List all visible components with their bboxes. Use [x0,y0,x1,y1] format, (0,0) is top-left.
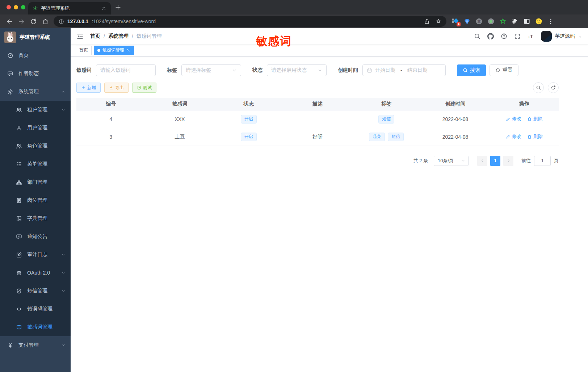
export-button[interactable]: 导出 [104,83,129,93]
open-book-icon [16,324,22,330]
delete-link[interactable]: 删除 [527,116,543,122]
table-tools [533,82,559,93]
sidebar-item[interactable]: OAuth 2.0 [0,264,71,282]
browser-tab[interactable]: 芋道管理系统 [28,2,111,14]
kebab-menu-icon[interactable] [547,18,554,25]
home-icon[interactable] [42,18,49,25]
sidebar-item[interactable]: 系统管理 [0,83,71,101]
sidebar-logo[interactable]: 芋道管理系统 [0,28,71,46]
breadcrumb-item[interactable]: 首页 [90,33,100,39]
date-range-picker[interactable]: 开始日期 - 结束日期 [362,64,446,76]
question-icon[interactable] [501,33,507,39]
filter-form: 敏感词 请输入敏感词 标签 请选择标签 状态 请选择启用状态 [76,64,559,76]
back-icon[interactable] [6,18,13,25]
annotation-text: 敏感词 [256,34,292,49]
delete-icon [527,117,532,121]
sidebar-collapse-icon[interactable] [76,33,84,40]
filter-created: 创建时间 开始日期 - 结束日期 [338,64,446,76]
font-size-icon[interactable]: TT [528,33,534,39]
sidebar-item[interactable]: 租户管理 [0,101,71,119]
green-star-icon[interactable] [499,18,507,25]
chevron-down-icon [232,68,237,73]
chevron-down-icon [61,271,66,275]
users-icon [16,107,22,113]
sidebar-item[interactable]: 支付管理 [0,336,71,354]
goto-page-input[interactable]: 1 [534,156,551,166]
tags-view-tab-label: 首页 [79,47,88,53]
minimize-window-button[interactable] [14,5,18,9]
sidebar-item[interactable]: 错误码管理 [0,300,71,318]
side-panel-icon[interactable] [523,18,530,25]
prev-page-button[interactable] [477,156,487,166]
profile-avatar-icon[interactable] [535,18,542,25]
record-icon[interactable] [487,18,495,25]
extensions-grid-icon[interactable]: 9 [452,18,459,25]
tag-badge: 短信 [378,115,394,124]
github-icon[interactable] [487,33,494,39]
traffic-lights [7,5,25,9]
sidebar-item[interactable]: 作者动态 [0,64,71,83]
maximize-window-button[interactable] [21,5,25,9]
tag-badge: 蔬菜 [369,133,385,141]
dict-icon [16,216,22,222]
info-icon[interactable] [59,19,64,24]
gem-icon[interactable] [463,18,471,25]
sidebar-item[interactable]: 短信管理 [0,282,71,300]
sidebar-item[interactable]: 通知公告 [0,227,71,246]
delete-link[interactable]: 删除 [527,133,543,140]
sidebar-item[interactable]: 用户管理 [0,119,71,137]
sidebar-item[interactable]: 字典管理 [0,209,71,227]
tab-close-icon[interactable] [101,6,106,11]
close-window-button[interactable] [7,5,11,9]
search-button[interactable]: 搜索 [457,64,486,76]
add-button[interactable]: 新增 [76,83,101,93]
edit-link[interactable]: 修改 [506,133,521,140]
star-icon[interactable] [436,18,441,24]
test-button[interactable]: 测试 [132,83,156,93]
share-icon[interactable] [424,18,430,24]
sidebar-item[interactable]: 审计日志 [0,246,71,264]
start-date-placeholder: 开始日期 [375,67,395,74]
show-search-button[interactable] [533,82,544,93]
keyword-input[interactable]: 请输入敏感词 [96,64,156,76]
tag-select[interactable]: 请选择标签 [181,64,241,76]
sidebar-item-label: 租户管理 [27,106,47,113]
new-tab-button[interactable] [114,4,122,11]
filter-label: 状态 [252,67,262,74]
search-icon[interactable] [474,33,480,39]
sidebar-item[interactable]: 首页 [0,46,71,64]
plus-icon [81,85,85,90]
reload-icon[interactable] [30,18,37,25]
next-page-button[interactable] [503,156,513,166]
table-header-cell: 操作 [490,98,559,110]
edit-link[interactable]: 修改 [506,116,521,122]
puzzle-icon[interactable] [511,18,518,25]
post-icon [16,197,22,204]
sidebar-item[interactable]: 岗位管理 [0,191,71,209]
user-menu[interactable]: 芋道源码 [541,31,582,42]
tags-view-tab[interactable]: 敏感词管理 [94,46,134,55]
url-path: :1024/system/sensitive-word [92,18,156,24]
forward-icon[interactable] [18,18,25,25]
url-bar[interactable]: 127.0.0.1 :1024/system/sensitive-word [54,16,446,27]
main-area: 首页/系统管理/敏感词管理 TT 芋道源码 首页敏感词管理 敏感词 [71,28,588,372]
table-header-cell: 状态 [214,98,283,110]
status-select[interactable]: 请选择启用状态 [267,64,327,76]
tags-view-tab[interactable]: 首页 [76,46,92,55]
refresh-table-button[interactable] [548,82,559,93]
sidebar-item[interactable]: 角色管理 [0,137,71,155]
fullscreen-icon[interactable] [514,33,521,39]
sidebar-item[interactable]: 菜单管理 [0,155,71,173]
test-button-label: 测试 [143,85,152,91]
page-size-select[interactable]: 10条/页 [434,156,469,166]
sidebar-item[interactable]: 敏感词管理 [0,318,71,336]
reset-button[interactable]: 重置 [490,64,518,76]
sidebar-item[interactable]: 部门管理 [0,173,71,191]
filter-label: 标签 [167,67,177,74]
command-icon[interactable]: ⌘ [475,18,483,25]
notice-icon [16,234,22,240]
tag-placeholder: 请选择标签 [186,67,211,74]
page-number-button[interactable]: 1 [490,156,500,166]
breadcrumb-item[interactable]: 系统管理 [108,33,129,39]
cell-word: 土豆 [145,128,214,146]
